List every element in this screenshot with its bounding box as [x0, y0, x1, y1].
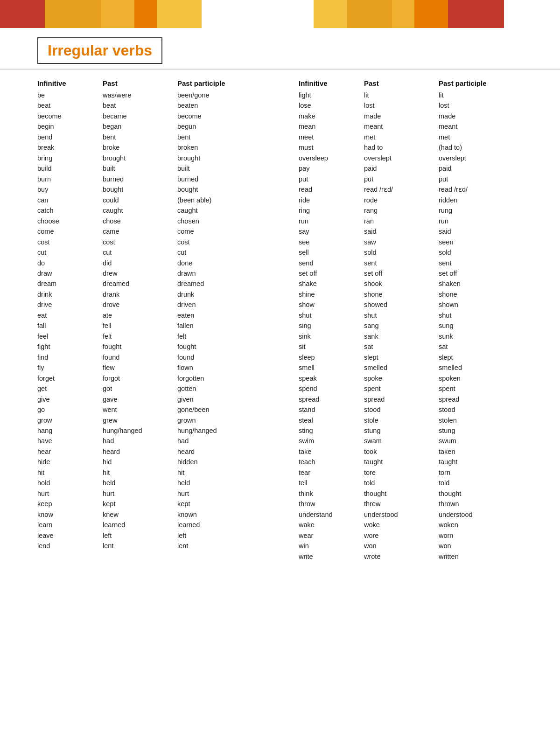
color-segment: [202, 0, 314, 28]
infinitive-cell: keep: [37, 499, 103, 509]
past-cell: spread: [364, 394, 439, 404]
past-participle-cell: meant: [439, 121, 532, 132]
table-row: dreamdreameddreamed: [37, 278, 271, 289]
table-row: getgotgotten: [37, 383, 271, 394]
past-cell: had: [103, 436, 177, 446]
past-participle-cell: set off: [439, 268, 532, 278]
color-segment: [101, 0, 134, 28]
page-title: Irregular verbs: [48, 42, 152, 59]
past-participle-cell: overslept: [439, 153, 532, 163]
table-row: runranrun: [299, 216, 532, 226]
table-row: sendsentsent: [299, 258, 532, 268]
past-cell: read /rɛd/: [364, 184, 439, 195]
table-row: fightfoughtfought: [37, 341, 271, 352]
infinitive-cell: sell: [299, 247, 364, 258]
color-bar: [0, 0, 560, 28]
past-cell: heard: [103, 446, 177, 457]
table-row: choosechosechosen: [37, 216, 271, 226]
past-cell: had to: [364, 142, 439, 153]
past-participle-cell: sent: [439, 258, 532, 268]
past-cell: shut: [364, 310, 439, 320]
past-participle-cell: ridden: [439, 195, 532, 205]
left-header-infinitive: Infinitive: [37, 79, 103, 87]
table-row: havehadhad: [37, 436, 271, 446]
past-participle-cell: come: [177, 226, 271, 237]
past-participle-cell: put: [439, 174, 532, 184]
past-cell: gave: [103, 394, 177, 404]
table-row: cancould(been able): [37, 195, 271, 205]
infinitive-cell: sink: [299, 331, 364, 341]
past-cell: showed: [364, 299, 439, 310]
past-participle-cell: shaken: [439, 278, 532, 289]
table-row: lightlitlit: [299, 90, 532, 100]
infinitive-cell: run: [299, 216, 364, 226]
past-cell: held: [103, 478, 177, 488]
past-cell: became: [103, 111, 177, 121]
past-participle-cell: forgotten: [177, 373, 271, 383]
table-row: bewas/werebeen/gone: [37, 90, 271, 100]
right-table-rows: lightlitlitloselostlostmakemademademeanm…: [299, 90, 532, 562]
past-participle-cell: chosen: [177, 216, 271, 226]
past-cell: set off: [364, 268, 439, 278]
past-cell: said: [364, 226, 439, 237]
infinitive-cell: take: [299, 446, 364, 457]
past-cell: spent: [364, 383, 439, 394]
table-row: teachtaughttaught: [299, 457, 532, 467]
past-cell: tore: [364, 467, 439, 478]
past-participle-cell: learned: [177, 520, 271, 530]
infinitive-cell: catch: [37, 205, 103, 216]
past-participle-cell: found: [177, 352, 271, 362]
right-column-group: Infinitive Past Past participle lightlit…: [299, 75, 532, 562]
table-row: oversleepoversleptoverslept: [299, 153, 532, 163]
past-participle-cell: had: [177, 436, 271, 446]
table-row: makemademade: [299, 111, 532, 121]
infinitive-cell: dream: [37, 278, 103, 289]
infinitive-cell: fight: [37, 341, 103, 352]
color-segment: [0, 0, 45, 28]
past-cell: rode: [364, 195, 439, 205]
past-participle-cell: cut: [177, 247, 271, 258]
past-participle-cell: lent: [177, 541, 271, 551]
infinitive-cell: do: [37, 258, 103, 268]
infinitive-cell: throw: [299, 499, 364, 509]
infinitive-cell: fall: [37, 320, 103, 331]
past-cell: hid: [103, 457, 177, 467]
past-participle-cell: broken: [177, 142, 271, 153]
table-row: catchcaughtcaught: [37, 205, 271, 216]
table-row: meanmeantmeant: [299, 121, 532, 132]
past-participle-cell: fallen: [177, 320, 271, 331]
past-cell: did: [103, 258, 177, 268]
past-cell: told: [364, 478, 439, 488]
table-row: bendbentbent: [37, 132, 271, 142]
past-participle-cell: run: [439, 216, 532, 226]
past-participle-cell: lit: [439, 90, 532, 100]
past-participle-cell: woken: [439, 520, 532, 530]
past-cell: won: [364, 541, 439, 551]
table-row: singsangsung: [299, 320, 532, 331]
past-cell: rang: [364, 205, 439, 216]
infinitive-cell: lose: [299, 100, 364, 111]
infinitive-cell: buy: [37, 184, 103, 195]
table-row: readread /rɛd/read /rɛd/: [299, 184, 532, 195]
past-cell: sold: [364, 247, 439, 258]
past-cell: was/were: [103, 90, 177, 100]
past-participle-cell: lost: [439, 100, 532, 111]
past-cell: lost: [364, 100, 439, 111]
right-header-past: Past: [364, 79, 439, 87]
past-participle-cell: gotten: [177, 383, 271, 394]
past-cell: bent: [103, 132, 177, 142]
table-row: hithithit: [37, 467, 271, 478]
infinitive-cell: draw: [37, 268, 103, 278]
table-row: flyflewflown: [37, 362, 271, 373]
past-participle-cell: swum: [439, 436, 532, 446]
left-column-group: Infinitive Past Past participle bewas/we…: [37, 75, 271, 562]
infinitive-cell: show: [299, 299, 364, 310]
past-participle-cell: written: [439, 551, 532, 562]
past-participle-cell: shone: [439, 289, 532, 299]
table-row: sleepsleptslept: [299, 352, 532, 362]
past-participle-cell: said: [439, 226, 532, 237]
past-cell: ate: [103, 310, 177, 320]
infinitive-cell: wear: [299, 530, 364, 541]
past-cell: beat: [103, 100, 177, 111]
past-participle-cell: drunk: [177, 289, 271, 299]
